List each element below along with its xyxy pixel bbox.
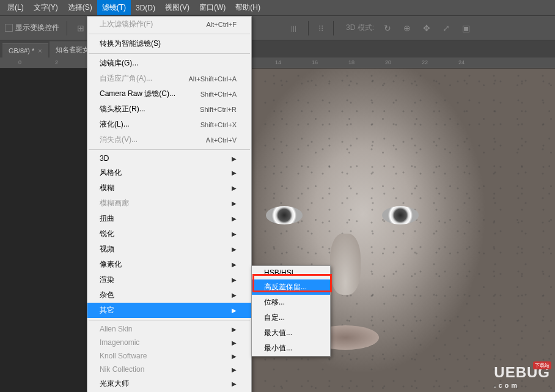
menu-item-label: Knoll Software [100,352,147,360]
separator [308,21,309,35]
menu-3d[interactable]: 3D(D) [131,1,160,15]
ruler-tick: 22 [422,59,428,65]
filter-menu-item[interactable]: 光束大师▶ [87,376,251,391]
close-icon[interactable]: × [38,47,42,54]
menu-item-label: 模糊 [100,183,114,193]
show-transform-label: 显示变换控件 [15,23,59,33]
checkbox-icon[interactable] [5,24,13,32]
chevron-right-icon: ▶ [232,366,237,373]
tab-label: GB/8#) * [9,47,34,54]
filter-menu-item[interactable]: 渲染▶ [87,272,251,287]
menu-item-label: 光束大师 [100,379,129,389]
menu-item-label: 像素化 [100,259,122,270]
menu-item-label: 锐化 [100,229,114,239]
filter-menu-item: Knoll Software▶ [87,349,251,363]
document-tab[interactable]: GB/8#) * × [2,43,48,57]
ruler-tick: 14 [275,59,281,65]
filter-menu-item[interactable]: 镜头校正(R)...Shift+Ctrl+R [87,102,251,117]
menu-shortcut: Shift+Ctrl+R [200,106,237,113]
menu-view[interactable]: 视图(V) [160,0,194,15]
face-eye [382,206,419,224]
menu-shortcut: Shift+Ctrl+X [200,121,237,128]
tab-label: 知名雀斑女 [56,45,89,54]
watermark-badge: 下载站 [533,361,551,369]
chevron-right-icon: ▶ [232,380,237,387]
document-tabs: GB/8#) * × 知名雀斑女 [0,40,555,57]
separator [333,21,334,35]
chevron-right-icon: ▶ [232,261,237,268]
filter-menu-item[interactable]: 3D▶ [87,152,251,165]
menu-item-label: 扭曲 [100,213,114,224]
menu-item-label: 视频 [100,244,114,254]
menu-separator [89,53,250,54]
menu-item-label: 转换为智能滤镜(S) [100,39,161,49]
menu-layer[interactable]: 层(L) [2,0,29,15]
submenu-item[interactable]: 最大值... [252,325,330,341]
menu-item-label: 风格化 [100,168,122,178]
menu-item-label: Alien Skin [100,325,132,333]
filter-menu-item[interactable]: 滤镜库(G)... [87,56,251,71]
pan-icon[interactable]: ⊕ [401,23,413,33]
submenu-item[interactable]: HSB/HSL [252,266,330,279]
menu-window[interactable]: 窗口(W) [194,0,230,15]
ruler-tick: 20 [385,59,391,65]
scale-icon[interactable]: ⤢ [440,23,452,33]
menu-select[interactable]: 选择(S) [63,0,97,15]
submenu-item-label: HSB/HSL [264,268,295,277]
chevron-right-icon: ▶ [232,353,237,360]
menu-item-label: 渲染 [100,275,114,285]
camera-icon[interactable]: ▣ [460,23,472,33]
filter-menu-item[interactable]: 风格化▶ [87,165,251,180]
chevron-right-icon: ▶ [232,276,237,283]
menu-item-label: 3D [100,154,109,163]
menu-item-label: Camera Raw 滤镜(C)... [100,89,175,99]
menu-type[interactable]: 文字(Y) [29,0,63,15]
distribute-icon[interactable]: ⁝⁝ [316,23,326,33]
chevron-right-icon: ▶ [232,231,237,237]
distribute-icon[interactable]: ⫼ [287,23,301,33]
menu-help[interactable]: 帮助(H) [230,0,265,15]
align-icon[interactable]: ⊞ [75,23,87,33]
move-icon[interactable]: ✥ [421,23,433,33]
filter-menu-item: 上次滤镜操作(F)Alt+Ctrl+F [87,17,251,32]
filter-menu-item[interactable]: 像素化▶ [87,257,251,272]
menu-shortcut: Alt+Ctrl+F [206,21,237,28]
filter-menu-item[interactable]: 扭曲▶ [87,211,251,226]
submenu-item[interactable]: 最小值... [252,341,330,356]
menu-item-label: 其它 [100,305,114,316]
filter-dropdown: 上次滤镜操作(F)Alt+Ctrl+F转换为智能滤镜(S)滤镜库(G)...自适… [87,16,252,392]
menu-filter[interactable]: 滤镜(T) [97,0,131,15]
filter-other-submenu: HSB/HSL高反差保留...位移...自定...最大值...最小值... [251,265,331,357]
horizontal-ruler: 0 2 14 16 18 20 22 24 [0,57,555,68]
submenu-item-label: 位移... [264,297,285,308]
filter-menu-item[interactable]: Camera Raw 滤镜(C)...Shift+Ctrl+A [87,86,251,102]
ruler-tick: 2 [55,59,58,65]
filter-menu-item[interactable]: 模糊▶ [87,180,251,196]
chevron-right-icon: ▶ [232,246,237,253]
menu-separator [89,149,250,150]
submenu-item-label: 高反差保留... [264,282,307,292]
watermark: 下载站 UEBUG .com [494,364,550,390]
filter-menu-item[interactable]: 锐化▶ [87,226,251,242]
face-nose [330,234,361,295]
submenu-item[interactable]: 自定... [252,310,330,325]
menu-separator [89,320,250,320]
filter-menu-item[interactable]: 液化(L)...Shift+Ctrl+X [87,117,251,132]
submenu-item-label: 自定... [264,312,285,323]
show-transform-controls[interactable]: 显示变换控件 [5,23,59,33]
menu-item-label: 自适应广角(A)... [100,73,152,84]
ruler-tick: 0 [18,59,21,65]
filter-menu-item: Alien Skin▶ [87,322,251,336]
menu-item-label: 模糊画廊 [100,198,129,209]
ruler-tick: 24 [458,59,465,65]
filter-menu-item[interactable]: 杂色▶ [87,287,251,303]
chevron-right-icon: ▶ [232,169,237,176]
orbit-icon[interactable]: ↻ [381,23,394,33]
ruler-tick: 16 [312,59,318,65]
chevron-right-icon: ▶ [232,215,237,222]
filter-menu-item[interactable]: 视频▶ [87,242,251,257]
filter-menu-item[interactable]: 转换为智能滤镜(S) [87,36,251,51]
submenu-item[interactable]: 高反差保留... [252,279,330,295]
submenu-item[interactable]: 位移... [252,295,330,310]
filter-menu-item[interactable]: 其它▶ [87,303,251,318]
